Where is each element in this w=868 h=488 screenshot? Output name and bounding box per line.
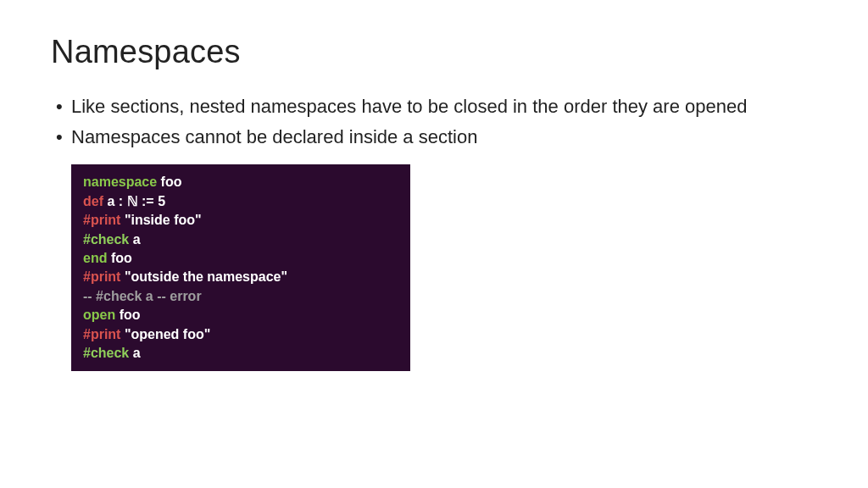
code-text: "opened foo" [120, 327, 210, 341]
keyword-namespace: namespace [83, 175, 157, 189]
keyword-print: #print [83, 269, 120, 284]
code-line: #print "outside the namespace" [83, 268, 398, 286]
code-text: "outside the namespace" [120, 269, 287, 284]
code-text: a : ℕ := 5 [103, 194, 165, 208]
code-text: foo [107, 251, 131, 265]
keyword-print: #print [83, 213, 120, 227]
keyword-def: def [83, 194, 103, 208]
code-text: a [129, 232, 140, 247]
keyword-open: open [83, 308, 115, 322]
bullet-item: Like sections, nested namespaces have to… [51, 94, 817, 119]
code-line: def a : ℕ := 5 [83, 192, 398, 211]
code-text: a [129, 346, 140, 360]
keyword-check: #check [83, 346, 129, 360]
code-line: #print "opened foo" [83, 325, 398, 344]
bullet-list: Like sections, nested namespaces have to… [51, 94, 817, 149]
bullet-item: Namespaces cannot be declared inside a s… [51, 125, 817, 150]
code-line: -- #check a -- error [83, 287, 398, 306]
code-text: "inside foo" [120, 213, 201, 227]
code-text: foo [157, 175, 181, 189]
keyword-check: #check [83, 232, 129, 247]
code-text: foo [115, 308, 140, 322]
code-line: #check a [83, 344, 398, 363]
code-line: #print "inside foo" [83, 211, 398, 230]
code-block: namespace foo def a : ℕ := 5 #print "ins… [71, 164, 410, 371]
code-line: namespace foo [83, 173, 398, 191]
code-comment: -- #check a -- error [83, 289, 202, 303]
keyword-end: end [83, 251, 107, 265]
code-line: #check a [83, 230, 398, 249]
code-line: end foo [83, 249, 398, 268]
slide-title: Namespaces [51, 34, 817, 70]
keyword-print: #print [83, 327, 120, 341]
code-line: open foo [83, 306, 398, 324]
